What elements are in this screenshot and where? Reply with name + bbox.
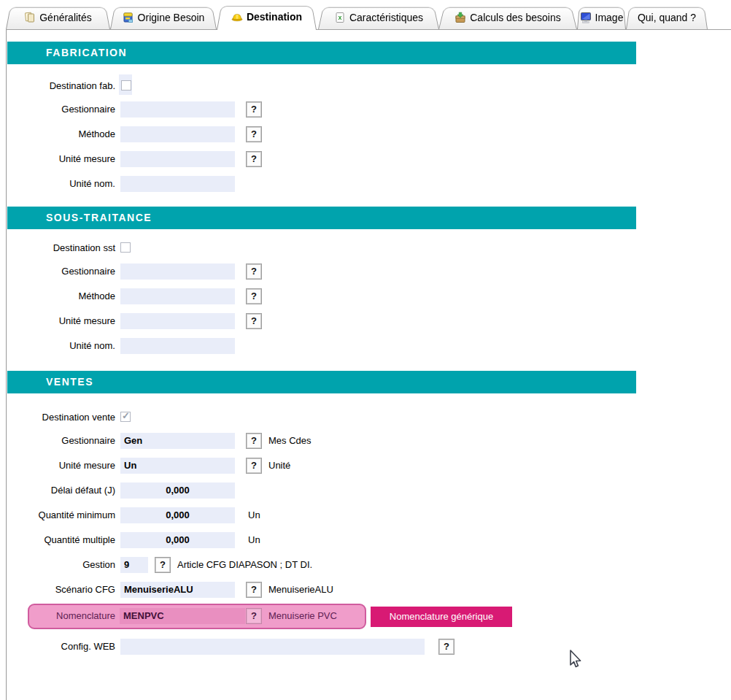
field-label: Gestionnaire: [7, 433, 115, 449]
field-label: Gestionnaire: [7, 101, 115, 118]
delai-defaut-input[interactable]: 0,000: [120, 482, 235, 499]
config-web-input[interactable]: [120, 639, 425, 655]
nomenclature-generique-button[interactable]: Nomenclature générique: [371, 607, 512, 627]
section-header-ventes: VENTES: [7, 371, 636, 393]
tab-caracteristiques[interactable]: x Caractéristiques: [318, 5, 439, 29]
destination-vente-checkbox[interactable]: [120, 412, 131, 422]
lookup-button[interactable]: ?: [246, 288, 262, 304]
field-label: Destination fab.: [7, 78, 115, 94]
tab-label: Destination: [247, 11, 302, 23]
field-label: Délai défaut (J): [7, 482, 115, 499]
field-label: Unité mesure: [7, 458, 115, 474]
ventes-gestionnaire-input[interactable]: Gen: [120, 433, 235, 449]
sst-unite-mesure-input[interactable]: [120, 313, 235, 329]
tab-label: Image: [595, 12, 624, 23]
quantite-multiple-input[interactable]: 0,000: [120, 532, 235, 548]
tab-label: Généralités: [39, 12, 92, 23]
stack-icon: [123, 12, 134, 23]
quantite-multiple-unit: Un: [248, 532, 260, 548]
tab-calculs-des-besoins[interactable]: Calculs des besoins: [438, 5, 577, 29]
quantite-minimum-input[interactable]: 0,000: [120, 507, 235, 523]
section-title: VENTES: [46, 376, 93, 388]
tab-label: Caractéristiques: [349, 12, 423, 23]
tab-label: Origine Besoin: [138, 12, 205, 23]
nomenclature-description: Menuiserie PVC: [268, 608, 337, 624]
panel-border-top: [6, 29, 731, 30]
tab-origine-besoin[interactable]: Origine Besoin: [110, 5, 217, 29]
field-label: Unité nom.: [7, 338, 115, 354]
ventes-unite-mesure-input[interactable]: Un: [120, 458, 235, 474]
lookup-button[interactable]: ?: [246, 126, 262, 142]
lookup-button[interactable]: ?: [155, 557, 171, 573]
fab-unite-nom-input[interactable]: [120, 176, 235, 192]
field-label: Quantité minimum: [7, 507, 115, 523]
gestion-description: Article CFG DIAPASON ; DT DI.: [177, 557, 312, 573]
lookup-button[interactable]: ?: [246, 458, 262, 474]
tab-destination[interactable]: Destination: [217, 4, 317, 30]
lookup-button[interactable]: ?: [438, 639, 455, 655]
destination-sst-checkbox[interactable]: [120, 242, 131, 253]
section-header-sous-traitance: SOUS-TRAITANCE: [7, 207, 636, 229]
field-label: Méthode: [7, 288, 115, 304]
quantite-minimum-unit: Un: [248, 507, 260, 523]
scenario-cfg-description: MenuiserieALU: [268, 582, 333, 598]
field-label: Scénario CFG: [7, 582, 115, 598]
excel-sheet-icon: x: [334, 12, 346, 23]
unite-mesure-description: Unité: [268, 458, 290, 474]
svg-text:x: x: [338, 14, 341, 21]
nomenclature-input[interactable]: MENPVC: [120, 608, 245, 624]
field-label: Unité nom.: [7, 176, 115, 192]
tab-generalites[interactable]: Généralités: [6, 5, 110, 29]
lookup-button[interactable]: ?: [246, 264, 262, 280]
lookup-button[interactable]: ?: [246, 151, 262, 167]
lookup-button[interactable]: ?: [246, 101, 262, 118]
field-label: Nomenclature: [29, 608, 115, 624]
hardhat-icon: [231, 11, 243, 23]
lookup-button[interactable]: ?: [246, 582, 262, 598]
tab-label: Qui, quand ?: [638, 12, 696, 23]
field-label: Gestionnaire: [7, 264, 115, 280]
field-label: Destination vente: [7, 409, 115, 426]
scenario-cfg-input[interactable]: MenuiserieALU: [120, 582, 235, 598]
field-label: Unité mesure: [7, 313, 115, 329]
box-arrow-icon: [455, 12, 466, 23]
fab-gestionnaire-input[interactable]: [120, 101, 235, 118]
mouse-cursor: [566, 648, 584, 670]
field-label: Config. WEB: [7, 639, 115, 655]
section-header-fabrication: FABRICATION: [7, 42, 636, 64]
lookup-button[interactable]: ?: [246, 433, 262, 449]
destination-tab-page: Généralités Origine Besoin Destination: [0, 0, 731, 700]
section-title: SOUS-TRAITANCE: [46, 212, 152, 223]
tab-image[interactable]: Image: [577, 5, 626, 29]
field-label: Quantité multiple: [7, 532, 115, 548]
sst-gestionnaire-input[interactable]: [120, 264, 235, 280]
sst-methode-input[interactable]: [120, 288, 235, 304]
field-label: Méthode: [7, 126, 115, 142]
gestion-input[interactable]: 9: [120, 557, 148, 573]
section-title: FABRICATION: [46, 47, 127, 58]
tab-qui-quand[interactable]: Qui, quand ?: [626, 5, 708, 29]
notes-icon: [24, 12, 36, 23]
field-label: Destination sst: [7, 240, 115, 256]
row-nomenclature-highlighted: Nomenclature MENPVC ? Menuiserie PVC: [28, 604, 366, 629]
field-label: Unité mesure: [7, 151, 115, 167]
fab-unite-mesure-input[interactable]: [120, 151, 235, 167]
lookup-button[interactable]: ?: [246, 608, 262, 624]
fab-methode-input[interactable]: [120, 126, 235, 142]
monitor-icon: [580, 12, 592, 23]
field-label: Gestion: [7, 557, 115, 573]
lookup-button[interactable]: ?: [246, 313, 262, 329]
gestionnaire-description: Mes Cdes: [268, 433, 312, 449]
sst-unite-nom-input[interactable]: [120, 338, 235, 354]
tab-label: Calculs des besoins: [470, 12, 561, 23]
destination-fab-checkbox[interactable]: [121, 80, 131, 91]
